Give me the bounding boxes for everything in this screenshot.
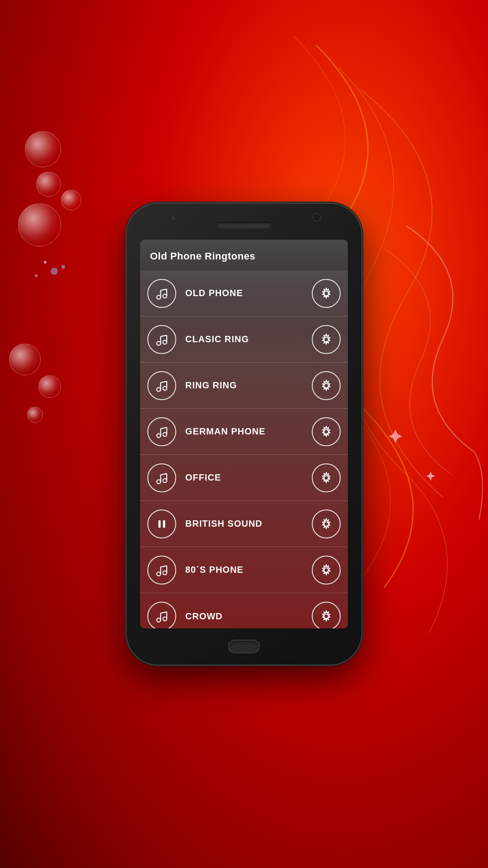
ringtone-item-clasic-ring[interactable]: CLASIC RING — [140, 316, 348, 363]
ringtone-name-80s-phone: 80´S PHONE — [176, 565, 312, 575]
bubble-3 — [18, 203, 61, 246]
ringtone-item-crowd[interactable]: CROWD — [140, 593, 348, 628]
ringtone-item-office[interactable]: OFFICE — [140, 455, 348, 501]
svg-point-0 — [51, 268, 58, 275]
svg-rect-34 — [159, 520, 161, 528]
svg-line-14 — [160, 335, 167, 336]
svg-point-4 — [157, 295, 161, 299]
svg-point-29 — [163, 478, 167, 482]
home-button[interactable] — [228, 640, 260, 653]
svg-line-20 — [160, 381, 167, 382]
phone-bottom — [127, 628, 361, 665]
svg-line-8 — [160, 289, 167, 290]
svg-point-3 — [35, 274, 38, 277]
svg-point-43 — [157, 618, 161, 622]
svg-line-26 — [160, 427, 167, 429]
svg-line-32 — [160, 473, 167, 475]
settings-button-clasic-ring[interactable] — [312, 325, 341, 354]
svg-point-23 — [163, 432, 167, 436]
ringtone-name-crowd: CROWD — [176, 611, 312, 622]
music-icon-german-phone — [147, 417, 176, 446]
settings-button-british-sound[interactable] — [312, 509, 341, 538]
svg-rect-35 — [163, 520, 165, 528]
settings-button-office[interactable] — [312, 463, 341, 492]
phone-speaker — [217, 222, 271, 228]
svg-point-5 — [163, 294, 167, 298]
ringtone-name-ring-ring: RING RING — [176, 380, 312, 391]
music-icon-crowd — [147, 602, 176, 628]
svg-point-28 — [157, 480, 161, 484]
settings-button-old-phone[interactable] — [312, 279, 341, 308]
settings-button-80s-phone[interactable] — [312, 556, 341, 585]
ringtone-item-ring-ring[interactable]: RING RING — [140, 363, 348, 409]
music-icon-clasic-ring — [147, 325, 176, 354]
phone-screen: Old Phone Ringtones OLD PHONE — [140, 240, 348, 628]
ringtone-name-german-phone: GERMAN PHONE — [176, 426, 312, 437]
svg-point-2 — [61, 265, 65, 269]
settings-button-ring-ring[interactable] — [312, 371, 341, 400]
phone-dot — [172, 216, 175, 220]
svg-point-44 — [163, 617, 167, 621]
bubble-4 — [61, 190, 81, 210]
bubble-7 — [27, 407, 43, 423]
ringtone-name-old-phone: OLD PHONE — [176, 288, 312, 298]
svg-point-37 — [157, 572, 161, 576]
ringtone-name-clasic-ring: CLASIC RING — [176, 334, 312, 344]
phone-top-bar — [127, 203, 361, 240]
pause-icon-british-sound — [147, 509, 176, 538]
music-icon-80s-phone — [147, 556, 176, 585]
svg-point-22 — [157, 434, 161, 438]
ringtone-item-german-phone[interactable]: GERMAN PHONE — [140, 409, 348, 455]
music-icon-office — [147, 463, 176, 492]
svg-point-38 — [163, 571, 167, 575]
svg-point-11 — [163, 340, 167, 344]
ringtone-item-80s-phone[interactable]: 80´S PHONE — [140, 547, 348, 593]
bubble-2 — [36, 172, 61, 197]
bubble-5 — [9, 344, 41, 375]
app-title-bar: Old Phone Ringtones — [140, 240, 348, 270]
svg-point-10 — [157, 341, 161, 345]
music-icon-old-phone — [147, 279, 176, 308]
bubble-1 — [25, 131, 61, 167]
phone-frame: Old Phone Ringtones OLD PHONE — [127, 203, 361, 665]
settings-button-crowd[interactable] — [312, 602, 341, 628]
app-title: Old Phone Ringtones — [150, 250, 255, 262]
svg-line-41 — [160, 566, 167, 567]
phone-camera — [313, 213, 321, 222]
ringtone-item-old-phone[interactable]: OLD PHONE — [140, 270, 348, 316]
ringtone-name-office: OFFICE — [176, 472, 312, 483]
svg-point-16 — [157, 387, 161, 392]
svg-point-1 — [44, 261, 47, 264]
settings-button-german-phone[interactable] — [312, 417, 341, 446]
ringtone-item-british-sound[interactable]: BRITISH SOUND — [140, 501, 348, 547]
music-icon-ring-ring — [147, 371, 176, 400]
svg-point-17 — [163, 386, 167, 390]
ringtone-name-british-sound: BRITISH SOUND — [176, 519, 312, 529]
bubble-6 — [38, 375, 61, 398]
svg-line-47 — [160, 612, 167, 613]
ringtone-list: OLD PHONE — [140, 270, 348, 628]
